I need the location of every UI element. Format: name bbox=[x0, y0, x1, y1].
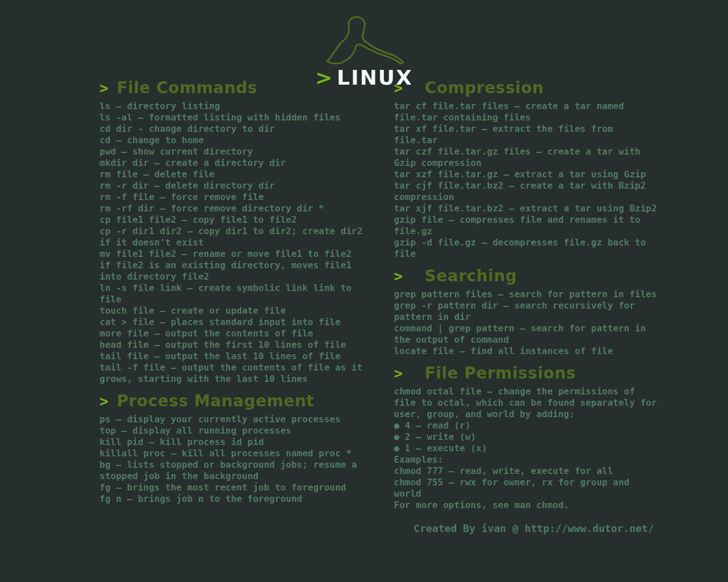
section-body-searching: grep pattern files – search for pattern … bbox=[394, 289, 660, 357]
footer-credits: Created By ivan @ http://www.dutor.net/ bbox=[0, 522, 654, 534]
section-heading-searching: > Searching bbox=[394, 267, 660, 285]
section-heading-compression: > Compression bbox=[394, 78, 660, 97]
section-heading-file-permissions: > File Permissions bbox=[394, 364, 660, 383]
linux-cheatsheet: > LINUX > File Commands ls – directory l… bbox=[0, 0, 728, 582]
section-heading-file-commands: > File Commands bbox=[100, 78, 366, 97]
heading-text: File Permissions bbox=[425, 364, 576, 383]
prompt-icon: > bbox=[394, 268, 403, 285]
section-body-file-commands: ls – directory listing ls -al – formatte… bbox=[100, 101, 366, 385]
section-body-file-permissions: chmod octal file – change the permission… bbox=[394, 386, 660, 511]
prompt-icon: > bbox=[394, 80, 403, 97]
left-column: > File Commands ls – directory listing l… bbox=[100, 78, 366, 518]
heading-text: File Commands bbox=[117, 78, 257, 97]
heading-text: Searching bbox=[425, 267, 517, 285]
section-body-compression: tar cf file.tar files – create a tar nam… bbox=[394, 101, 660, 260]
heading-text: Compression bbox=[425, 78, 544, 97]
content-columns: > File Commands ls – directory listing l… bbox=[100, 78, 660, 518]
prompt-icon: > bbox=[100, 80, 109, 97]
section-body-process-management: ps – display your currently active proce… bbox=[100, 414, 366, 505]
prompt-icon: > bbox=[394, 365, 403, 382]
right-column: > Compression tar cf file.tar files – cr… bbox=[394, 78, 660, 518]
logo-area: > LINUX bbox=[290, 13, 438, 89]
section-heading-process-management: > Process Management bbox=[100, 392, 366, 410]
silhouette-icon bbox=[316, 13, 412, 67]
prompt-icon: > bbox=[100, 393, 109, 410]
heading-text: Process Management bbox=[117, 392, 314, 410]
